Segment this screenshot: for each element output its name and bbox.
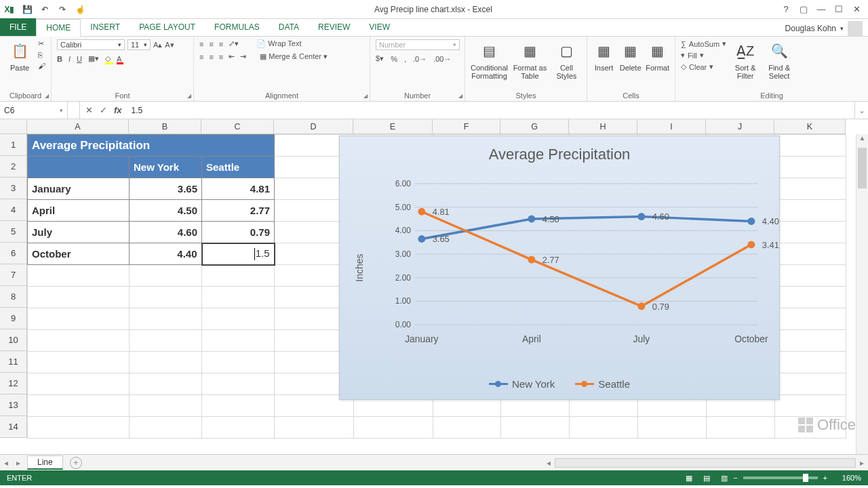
row-header-9[interactable]: 9 <box>0 308 26 329</box>
format-as-table-button[interactable]: ▦Format as Table <box>512 39 548 80</box>
scroll-up-icon[interactable]: ▲ <box>856 134 868 146</box>
expand-formula-bar-icon[interactable]: ⌄ <box>854 102 868 119</box>
col-header-D[interactable]: D <box>274 119 353 134</box>
cell-c5[interactable]: 0.79 <box>202 222 275 243</box>
cell-b2[interactable]: New York <box>130 157 202 178</box>
italic-button[interactable]: I <box>68 55 71 63</box>
percent-icon[interactable]: % <box>391 55 397 63</box>
formula-input[interactable]: 1.5 <box>127 102 854 119</box>
cell-styles-button[interactable]: ▢Cell Styles <box>552 39 581 80</box>
row-header-1[interactable]: 1 <box>0 134 26 156</box>
number-format-select[interactable]: Number▾ <box>376 39 460 50</box>
sheet-nav-prev-icon[interactable]: ◂ <box>0 458 12 468</box>
cell-c4[interactable]: 2.77 <box>202 200 275 222</box>
font-size-select[interactable]: 11▾ <box>127 39 151 50</box>
touch-mode-button[interactable]: ☝ <box>72 1 88 18</box>
minimize-button[interactable]: — <box>814 2 829 17</box>
zoom-out-icon[interactable]: − <box>733 474 737 482</box>
cancel-formula-icon[interactable]: ✕ <box>85 105 93 115</box>
cell-a2[interactable] <box>28 157 130 178</box>
underline-button[interactable]: U <box>77 55 82 63</box>
cell-b5[interactable]: 4.60 <box>130 222 202 243</box>
name-box[interactable]: C6▾ <box>0 102 68 119</box>
font-name-select[interactable]: Calibri▾ <box>57 39 125 50</box>
increase-font-icon[interactable]: A▴ <box>153 41 162 49</box>
fx-icon[interactable]: fx <box>114 105 122 115</box>
row-header-7[interactable]: 7 <box>0 264 26 286</box>
sort-filter-button[interactable]: A̲ZSort & Filter <box>730 39 760 80</box>
tab-view[interactable]: VIEW <box>359 18 399 36</box>
decrease-decimal-icon[interactable]: .00→ <box>433 55 451 63</box>
decrease-indent-icon[interactable]: ⇤ <box>229 52 235 61</box>
close-button[interactable]: ✕ <box>849 2 864 17</box>
cell-a1[interactable]: Average Precipitation <box>28 135 275 157</box>
format-painter-button[interactable]: 🖌 <box>38 62 45 70</box>
cell-b3[interactable]: 3.65 <box>130 178 202 200</box>
tab-review[interactable]: REVIEW <box>309 18 359 36</box>
conditional-formatting-button[interactable]: ▤Conditional Formatting <box>471 39 508 80</box>
decrease-font-icon[interactable]: A▾ <box>165 41 174 49</box>
sheet-tab-line[interactable]: Line <box>27 455 63 470</box>
orientation-icon[interactable]: ⤢▾ <box>229 39 239 48</box>
worksheet-grid[interactable]: ABCDEFGHIJK 1234567891011121314 Average … <box>0 119 868 454</box>
paste-button[interactable]: 📋 Paste <box>5 39 34 72</box>
cell-c2[interactable]: Seattle <box>202 157 275 178</box>
tab-page-layout[interactable]: PAGE LAYOUT <box>130 18 205 36</box>
autosum-button[interactable]: ∑ AutoSum ▾ <box>681 39 726 48</box>
zoom-level[interactable]: 160% <box>827 474 861 482</box>
wrap-text-button[interactable]: 📄 Wrap Text <box>256 39 301 48</box>
cell-c3[interactable]: 4.81 <box>202 178 275 200</box>
save-button[interactable]: 💾 <box>19 1 35 18</box>
align-top-icon[interactable]: ≡ <box>199 40 203 48</box>
tab-home[interactable]: HOME <box>36 19 81 37</box>
column-headers[interactable]: ABCDEFGHIJK <box>27 119 846 134</box>
zoom-slider[interactable] <box>743 476 818 479</box>
increase-decimal-icon[interactable]: .0→ <box>413 55 427 63</box>
vertical-scrollbar[interactable]: ▲ <box>856 134 868 454</box>
row-header-13[interactable]: 13 <box>0 394 26 416</box>
row-header-6[interactable]: 6 <box>0 243 26 264</box>
sheet-nav-next-icon[interactable]: ▸ <box>12 458 24 468</box>
col-header-C[interactable]: C <box>201 119 274 134</box>
scroll-right-icon[interactable]: ▸ <box>856 458 868 468</box>
redo-button[interactable]: ↷ <box>54 1 71 18</box>
row-header-14[interactable]: 14 <box>0 416 26 438</box>
cell-a3[interactable]: January <box>28 178 130 200</box>
col-header-A[interactable]: A <box>27 119 129 134</box>
tab-insert[interactable]: INSERT <box>81 18 130 36</box>
align-left-icon[interactable]: ≡ <box>199 53 203 61</box>
normal-view-icon[interactable]: ▦ <box>680 474 698 483</box>
scroll-left-icon[interactable]: ◂ <box>542 458 555 468</box>
copy-button[interactable]: ⎘ <box>38 51 45 59</box>
merge-center-button[interactable]: ▦ Merge & Center ▾ <box>260 52 328 61</box>
dialog-launcher-icon[interactable]: ◢ <box>363 93 368 99</box>
page-layout-view-icon[interactable]: ▤ <box>698 474 715 483</box>
row-header-5[interactable]: 5 <box>0 221 26 243</box>
font-color-button[interactable]: A <box>117 55 121 63</box>
dialog-launcher-icon[interactable]: ◢ <box>187 93 191 99</box>
row-header-12[interactable]: 12 <box>0 373 26 394</box>
col-header-K[interactable]: K <box>774 119 846 134</box>
enter-formula-icon[interactable]: ✓ <box>100 105 107 115</box>
cell-a5[interactable]: July <box>28 222 130 243</box>
format-cells-button[interactable]: ▦Format <box>646 39 669 72</box>
align-middle-icon[interactable]: ≡ <box>209 40 213 48</box>
find-select-button[interactable]: 🔍Find & Select <box>764 39 794 80</box>
align-bottom-icon[interactable]: ≡ <box>219 40 223 48</box>
col-header-G[interactable]: G <box>500 119 569 134</box>
user-account[interactable]: Douglas Kohn ▾ <box>785 21 868 36</box>
tab-file[interactable]: FILE <box>0 18 36 36</box>
increase-indent-icon[interactable]: ⇥ <box>240 52 246 61</box>
align-center-icon[interactable]: ≡ <box>209 53 213 61</box>
chart-object[interactable]: Average Precipitation Inches 0.001.002.0… <box>339 136 780 400</box>
undo-button[interactable]: ↶ <box>37 1 53 18</box>
row-header-3[interactable]: 3 <box>0 178 26 199</box>
row-header-8[interactable]: 8 <box>0 286 26 308</box>
new-sheet-button[interactable]: + <box>70 457 82 469</box>
borders-button[interactable]: ▦▾ <box>88 54 99 63</box>
align-right-icon[interactable]: ≡ <box>219 53 223 61</box>
tab-data[interactable]: DATA <box>269 18 309 36</box>
chart-title[interactable]: Average Precipitation <box>340 136 779 163</box>
cell-c6-editing[interactable]: 1.5 <box>202 243 275 265</box>
tab-formulas[interactable]: FORMULAS <box>205 18 269 36</box>
